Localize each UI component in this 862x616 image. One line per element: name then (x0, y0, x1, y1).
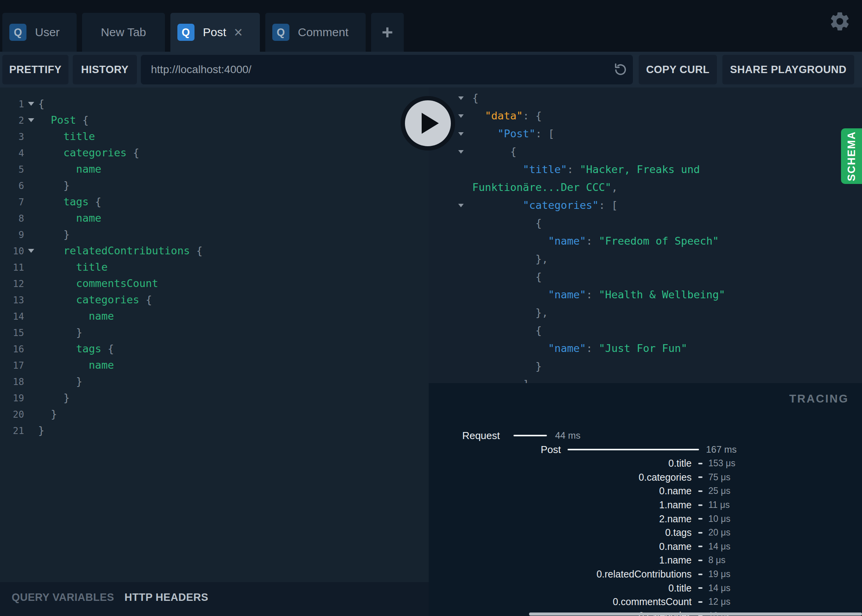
trace-field-name: 2.name (429, 513, 692, 525)
response-line: "name": "Health & Wellbeing" (429, 286, 862, 304)
trace-field-name: 0.title (429, 583, 692, 594)
copy-curl-button[interactable]: COPY CURL (639, 55, 717, 84)
line-number: 7 (0, 194, 24, 210)
query-pane: 1{2 Post {3 title4 categories {5 name6 }… (0, 88, 429, 616)
response-pane: { "data": { "Post": [ { "title": "Hacker… (429, 88, 862, 616)
line-number: 11 (0, 259, 24, 276)
tab-comment[interactable]: QComment (265, 13, 366, 52)
settings-button[interactable] (829, 10, 851, 33)
duration-dash (698, 463, 703, 464)
trace-rows: Request44 msPost167 ms0.title153 μs0.cat… (429, 429, 862, 616)
share-playground-button[interactable]: SHARE PLAYGROUND (722, 55, 854, 84)
line-number: 16 (0, 341, 24, 357)
query-badge-icon: Q (177, 24, 194, 41)
tracing-panel: TRACING Request44 msPost167 ms0.title153… (429, 383, 862, 616)
code-line: 7 tags { (0, 194, 429, 210)
response-line: }, (429, 250, 862, 268)
line-number: 3 (0, 129, 24, 145)
trace-field-name: 0.title (429, 458, 692, 469)
duration-dash (698, 476, 703, 478)
variables-headers-bar: QUERY VARIABLES HTTP HEADERS (0, 582, 429, 616)
tracing-toggle[interactable]: TRACING (789, 392, 849, 405)
toolbar: PRETTIFY HISTORY COPY CURL SHARE PLAYGRO… (0, 52, 862, 88)
fold-arrow-icon[interactable] (458, 107, 464, 125)
trace-field-duration: 12 μs (708, 597, 731, 607)
trace-field-row: 0.categories75 μs (429, 471, 862, 485)
schema-tab-label: SCHEMA (846, 131, 858, 181)
reload-schema-button[interactable] (613, 62, 628, 77)
trace-field-name: 0.commentsCount (429, 596, 692, 607)
trace-field-row: 0.commentsCount12 μs (429, 595, 862, 609)
response-line: { (429, 89, 862, 107)
duration-dash (698, 574, 703, 575)
line-number: 12 (0, 276, 24, 292)
trace-span-row: Request44 ms (429, 429, 862, 443)
horizontal-scrollbar[interactable] (529, 612, 862, 616)
response-line: "name": "Freedom of Speech" (429, 232, 862, 250)
trace-field-duration: 14 μs (708, 541, 731, 552)
duration-dash (698, 560, 703, 561)
execute-query-button[interactable] (401, 96, 455, 150)
trace-field-duration: 25 μs (708, 486, 731, 496)
fold-arrow-icon[interactable] (458, 196, 464, 214)
fold-arrow-icon[interactable] (458, 89, 464, 107)
code-line: 20 } (0, 406, 429, 422)
code-line: 11 title (0, 259, 429, 275)
line-number: 17 (0, 357, 24, 374)
duration-dash (698, 504, 703, 506)
query-editor[interactable]: 1{2 Post {3 title4 categories {5 name6 }… (0, 88, 429, 582)
code-line: 8 name (0, 210, 429, 226)
line-number: 19 (0, 390, 24, 406)
tab-query-variables[interactable]: QUERY VARIABLES (12, 592, 114, 604)
code-line: 21} (0, 422, 429, 439)
tab-http-headers[interactable]: HTTP HEADERS (124, 592, 208, 604)
line-number: 9 (0, 227, 24, 243)
history-button[interactable]: HISTORY (73, 55, 137, 84)
schema-side-tab[interactable]: SCHEMA (841, 128, 862, 184)
line-number: 6 (0, 178, 24, 194)
trace-field-row: 0.title153 μs (429, 457, 862, 471)
code-line: 15 } (0, 324, 429, 341)
response-line: "name": "Just For Fun" (429, 340, 862, 357)
fold-arrow-icon[interactable] (24, 243, 38, 259)
trace-span-duration: 44 ms (555, 429, 580, 443)
trace-field-name: 0.relatedContributions (429, 569, 692, 580)
line-number: 20 (0, 406, 24, 423)
response-line: { (429, 143, 862, 161)
tab-label: Comment (298, 26, 349, 39)
line-number: 8 (0, 210, 24, 227)
line-number: 2 (0, 112, 24, 129)
tab-post[interactable]: QPost× (170, 13, 260, 52)
line-number: 13 (0, 292, 24, 308)
trace-field-name: 0.name (429, 541, 692, 552)
tab-label: New Tab (101, 26, 146, 39)
fold-arrow-icon[interactable] (458, 143, 464, 161)
response-line: "categories": [ (429, 196, 862, 214)
tab-user[interactable]: QUser (2, 13, 77, 52)
line-number: 10 (0, 243, 24, 259)
response-viewer: { "data": { "Post": [ { "title": "Hacker… (429, 88, 862, 385)
new-tab-button[interactable]: + (371, 13, 404, 52)
tab-new-tab[interactable]: New Tab (82, 13, 165, 52)
prettify-button[interactable]: PRETTIFY (2, 55, 68, 84)
code-line: 18 } (0, 373, 429, 390)
fold-arrow-icon[interactable] (24, 96, 38, 112)
close-icon[interactable]: × (234, 25, 243, 40)
endpoint-url-input[interactable] (141, 55, 633, 84)
fold-arrow-icon[interactable] (458, 125, 464, 143)
plus-icon: + (382, 21, 393, 44)
trace-field-duration: 153 μs (708, 458, 736, 469)
main-split: 1{2 Post {3 title4 categories {5 name6 }… (0, 88, 862, 616)
trace-span-label: Request (429, 429, 500, 443)
trace-field-row: 0.name14 μs (429, 540, 862, 554)
code-line: 9 } (0, 226, 429, 243)
code-line: 17 name (0, 357, 429, 373)
trace-field-name: 0.categories (429, 472, 692, 483)
response-line: "Post": [ (429, 125, 862, 143)
line-number: 14 (0, 308, 24, 325)
response-line: Funktionäre...Der CCC", (429, 178, 862, 196)
trace-field-row: 0.relatedContributions19 μs (429, 567, 862, 581)
code-line: 13 categories { (0, 292, 429, 308)
fold-arrow-icon[interactable] (24, 112, 38, 128)
line-number: 21 (0, 423, 24, 439)
